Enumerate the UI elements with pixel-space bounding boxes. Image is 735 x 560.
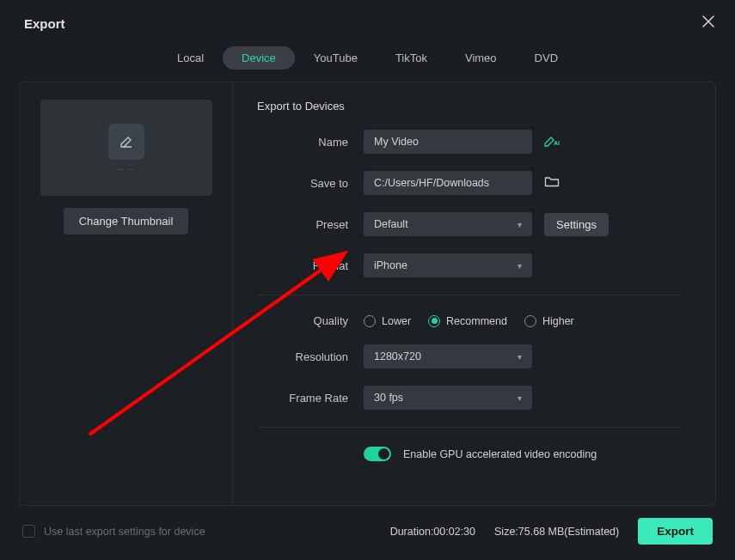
duration-readout: Duration:00:02:30 bbox=[390, 526, 475, 538]
preset-select[interactable]: Default ▾ bbox=[364, 212, 532, 236]
tab-vimeo[interactable]: Vimeo bbox=[446, 46, 516, 70]
quality-lower-radio[interactable]: Lower bbox=[364, 315, 411, 327]
thumbnail-preview: — — bbox=[40, 100, 212, 196]
divider bbox=[257, 427, 681, 428]
preset-row: Preset Default ▾ Settings bbox=[257, 212, 681, 236]
chevron-down-icon: ▾ bbox=[518, 261, 522, 271]
preset-label: Preset bbox=[257, 218, 364, 231]
ai-name-button[interactable]: AI bbox=[544, 136, 560, 148]
resolution-select[interactable]: 1280x720 ▾ bbox=[364, 344, 532, 368]
quality-radio-group: Lower Recommend Higher bbox=[364, 315, 681, 327]
preset-settings-button[interactable]: Settings bbox=[544, 213, 609, 236]
name-row: Name My Video AI bbox=[257, 130, 681, 154]
thumbnail-caption: — — bbox=[117, 165, 135, 173]
export-destination-tabs: Local Device YouTube TikTok Vimeo DVD bbox=[0, 46, 735, 70]
tab-youtube[interactable]: YouTube bbox=[295, 46, 377, 70]
save-to-row: Save to C:/Users/HF/Downloads bbox=[257, 171, 681, 195]
footer-bar: Use last export settings for device Dura… bbox=[0, 506, 735, 560]
quality-label: Quality bbox=[257, 314, 364, 327]
gpu-row: Enable GPU accelerated video encoding bbox=[364, 447, 681, 461]
export-button[interactable]: Export bbox=[638, 518, 713, 545]
format-label: Format bbox=[257, 259, 364, 272]
framerate-select[interactable]: 30 fps ▾ bbox=[364, 386, 532, 410]
ai-pencil-icon: AI bbox=[544, 136, 560, 148]
browse-folder-button[interactable] bbox=[544, 175, 560, 191]
save-to-input[interactable]: C:/Users/HF/Downloads bbox=[364, 171, 532, 195]
chevron-down-icon: ▾ bbox=[518, 352, 522, 362]
thumbnail-column: — — Change Thumbnail bbox=[20, 82, 233, 505]
save-to-label: Save to bbox=[257, 177, 364, 190]
title-bar: Export bbox=[0, 0, 735, 40]
framerate-row: Frame Rate 30 fps ▾ bbox=[257, 386, 681, 410]
use-last-settings-label: Use last export settings for device bbox=[44, 526, 205, 538]
resolution-label: Resolution bbox=[257, 350, 364, 363]
use-last-settings-checkbox[interactable] bbox=[22, 525, 35, 538]
tab-tiktok[interactable]: TikTok bbox=[377, 46, 446, 70]
tab-dvd[interactable]: DVD bbox=[516, 46, 577, 70]
pencil-icon bbox=[108, 124, 144, 160]
size-readout: Size:75.68 MB(Estimated) bbox=[494, 526, 619, 538]
gpu-toggle[interactable] bbox=[364, 447, 391, 461]
folder-icon bbox=[544, 175, 560, 187]
name-label: Name bbox=[257, 136, 364, 149]
quality-row: Quality Lower Recommend Higher bbox=[257, 314, 681, 327]
settings-panel: — — Change Thumbnail Export to Devices N… bbox=[19, 82, 716, 506]
chevron-down-icon: ▾ bbox=[518, 393, 522, 403]
export-dialog: Export Local Device YouTube TikTok Vimeo… bbox=[0, 0, 735, 560]
format-row: Format iPhone ▾ bbox=[257, 253, 681, 277]
section-title: Export to Devices bbox=[257, 100, 681, 113]
divider bbox=[257, 295, 681, 295]
settings-form: Export to Devices Name My Video AI Save … bbox=[233, 82, 715, 505]
quality-recommend-radio[interactable]: Recommend bbox=[428, 315, 507, 327]
dialog-title: Export bbox=[24, 16, 65, 31]
format-select[interactable]: iPhone ▾ bbox=[364, 253, 532, 277]
framerate-label: Frame Rate bbox=[257, 392, 364, 405]
tab-device[interactable]: Device bbox=[223, 46, 295, 70]
svg-text:AI: AI bbox=[554, 140, 560, 146]
close-button[interactable] bbox=[702, 15, 714, 31]
tab-local[interactable]: Local bbox=[158, 46, 223, 70]
gpu-label: Enable GPU accelerated video encoding bbox=[403, 448, 597, 460]
quality-higher-radio[interactable]: Higher bbox=[524, 315, 574, 327]
close-icon bbox=[702, 15, 714, 27]
name-input[interactable]: My Video bbox=[364, 130, 532, 154]
resolution-row: Resolution 1280x720 ▾ bbox=[257, 344, 681, 368]
change-thumbnail-button[interactable]: Change Thumbnail bbox=[64, 208, 189, 234]
chevron-down-icon: ▾ bbox=[518, 220, 522, 229]
